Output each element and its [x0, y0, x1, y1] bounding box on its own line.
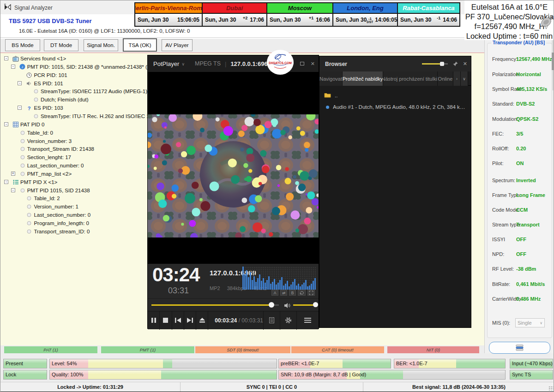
scrollbar-thumb[interactable] [552, 53, 554, 70]
resize-grip[interactable] [548, 386, 553, 391]
tree-item-label[interactable]: Transport_stream_ID: 0 [34, 229, 90, 234]
tree-expand-toggle[interactable]: + [11, 172, 15, 176]
previous-button[interactable] [172, 311, 184, 330]
volume-knob[interactable] [313, 302, 318, 307]
eject-button[interactable] [196, 311, 208, 330]
tree-item-label[interactable]: PMT_map_list <2> [27, 171, 72, 177]
player-info-panel: 03:24 03:31 127.0.0.1:6969 MP2 384kbps 4… [148, 264, 319, 298]
header-divider [0, 37, 484, 38]
tree-expand-toggle[interactable]: - [4, 180, 8, 184]
arrow-right-icon[interactable]: › [453, 71, 461, 86]
browser-tab[interactable]: Online [438, 71, 453, 86]
signal-meter-label: BER: <1.0E-7 [396, 359, 428, 368]
transponder-value: 12567,490 MHz [516, 56, 552, 62]
tree-expand-toggle[interactable]: - [11, 188, 15, 192]
chevron-down-icon[interactable]: ∨ [461, 71, 468, 86]
tab-bs-mode[interactable]: BS Mode [5, 39, 40, 51]
tree-item-label[interactable]: ES PID: 101 [34, 81, 63, 86]
browser-tab[interactable]: Nástroj procházení titulků [383, 71, 438, 86]
settings-gear-icon[interactable] [280, 311, 296, 330]
tree-item-label[interactable]: Table_Id: 2 [34, 196, 60, 201]
volume-icon[interactable] [284, 302, 291, 310]
seek-knob[interactable] [269, 302, 274, 308]
transponder-panel: Transponder (AU) [BS] Frequency:12567,49… [484, 40, 554, 353]
tree-item-label[interactable]: StreamType: ISO/IEC 11172 Audio (MPEG-1)… [41, 89, 155, 94]
tab-tsa-ok-[interactable]: TSA (OK) [123, 38, 157, 52]
tab-dt-mode[interactable]: DT Mode [44, 39, 78, 51]
tree-item-label[interactable]: PCR PID: 101 [34, 72, 67, 78]
tree-expand-toggle[interactable]: - [18, 106, 22, 110]
opacity-slider[interactable] [422, 63, 448, 65]
clock-time: 17:06 [250, 17, 264, 23]
clock-1: DubaiSun, Jun 30+217:06 [203, 3, 267, 26]
browser-tabs: NavigovatProhlížeč nabídkyNástroj prochá… [319, 71, 471, 86]
tree-item-label[interactable]: Transport_Stream ID: 21438 [27, 146, 94, 152]
tree-item-label[interactable]: Last_section_number: 0 [34, 212, 90, 218]
mis-dropdown[interactable]: Single∨ [515, 318, 545, 327]
browser-titlebar[interactable]: Browser ✕ [319, 56, 471, 71]
browser-list-item[interactable]: .. [319, 90, 471, 101]
potplayer-menu[interactable]: PotPlayer [153, 60, 179, 67]
swap-icon[interactable]: ⇄ [280, 290, 287, 296]
browser-tab[interactable]: Navigovat [319, 71, 343, 86]
player-controls: 00:03:24 / 00:03:31 [148, 311, 319, 329]
signal-meter-label: Present [6, 359, 23, 368]
tree-item-label[interactable]: Version_number: 3 [27, 138, 72, 144]
stop-button[interactable] [160, 311, 172, 330]
browser-list-item[interactable]: Audio #1 - Dutch, MPEG Audio, 48.0 kHz, … [319, 102, 471, 112]
transponder-label: Code Mode: [492, 207, 520, 213]
tree-item-label[interactable]: Program_info_length: 0 [34, 220, 89, 226]
loop-icon[interactable] [298, 290, 306, 296]
tree-item-label[interactable]: PMT PID 1015, SID 21438 [27, 188, 90, 193]
ab-repeat-b-button[interactable]: B [289, 290, 296, 296]
dot-icon [33, 113, 39, 119]
transponder-value: 0,461 Mbit/s [516, 281, 545, 287]
tab-signal-mon-[interactable]: Signal Mon. [84, 39, 118, 51]
video-area[interactable] [148, 72, 319, 264]
tree-item-label[interactable]: Table_Id: 0 [27, 130, 53, 136]
pause-button[interactable] [148, 311, 160, 330]
tree-item-label[interactable]: Version_number: 1 [34, 204, 78, 209]
tree-item-label[interactable]: PMT PID X <1> [20, 179, 57, 185]
service-list-button[interactable] [489, 342, 550, 354]
transponder-label: RF Level: [492, 266, 514, 272]
total-time: 03:31 [168, 286, 189, 296]
clock-datetime: Sun, Jun 30+217:06 [203, 14, 266, 26]
playlist-button[interactable] [263, 311, 280, 330]
transponder-value: -38 dBm [516, 266, 536, 272]
clock-date: Sun, Jun 30 [205, 17, 236, 23]
tree-item-label[interactable]: Section_lenght: 17 [27, 154, 71, 160]
next-button[interactable] [184, 311, 196, 330]
tree-item-label[interactable]: ES PID: 103 [34, 105, 63, 111]
tree-item-label[interactable]: PAT PID 0 [20, 122, 44, 127]
ab-repeat-a-button[interactable]: A [271, 290, 278, 296]
browser-tab[interactable]: Prohlížeč nabídky [343, 71, 383, 86]
tree-expand-toggle[interactable]: - [4, 122, 8, 126]
scrollbar[interactable] [552, 40, 554, 90]
chevron-down-icon[interactable]: ∨ [181, 62, 185, 66]
menu-icon[interactable] [296, 311, 319, 330]
tree-expand-toggle[interactable]: - [18, 81, 22, 85]
psi-bar-cat: CAT (0) timeout! [291, 346, 384, 353]
fullscreen-icon[interactable] [307, 290, 315, 296]
tree-expand-toggle[interactable]: - [4, 56, 8, 60]
statusbar-section: SYNC 0 | TEI 0 | CC 0 [181, 382, 363, 392]
window-title: Signal Analyzer [14, 5, 53, 11]
maximize-icon[interactable] [300, 62, 304, 65]
close-icon[interactable]: ✕ [463, 61, 467, 67]
tree-item-label[interactable]: Dutch; Flemish (dut) [41, 97, 89, 102]
transponder-label: RollOff: [492, 146, 509, 151]
tree-item-label[interactable]: Last_section_number: 0 [27, 163, 84, 168]
question-icon: ? [26, 105, 32, 111]
seek-bar[interactable] [151, 304, 279, 306]
tab-av-player[interactable]: AV Player [162, 39, 193, 51]
dot-icon [33, 88, 39, 95]
satellite-uptime: Locked Uptime : t=60 min [464, 31, 554, 41]
dot-icon [26, 228, 32, 235]
tree-expand-toggle[interactable]: - [11, 65, 15, 69]
tree-item-label[interactable]: Services found <1> [20, 56, 66, 61]
pin-icon[interactable] [453, 60, 458, 68]
transponder-label: Modulation: [492, 116, 518, 122]
close-icon[interactable]: ✕ [311, 61, 315, 67]
signal-meter-label: Input (~470 Kbps) [512, 359, 553, 368]
